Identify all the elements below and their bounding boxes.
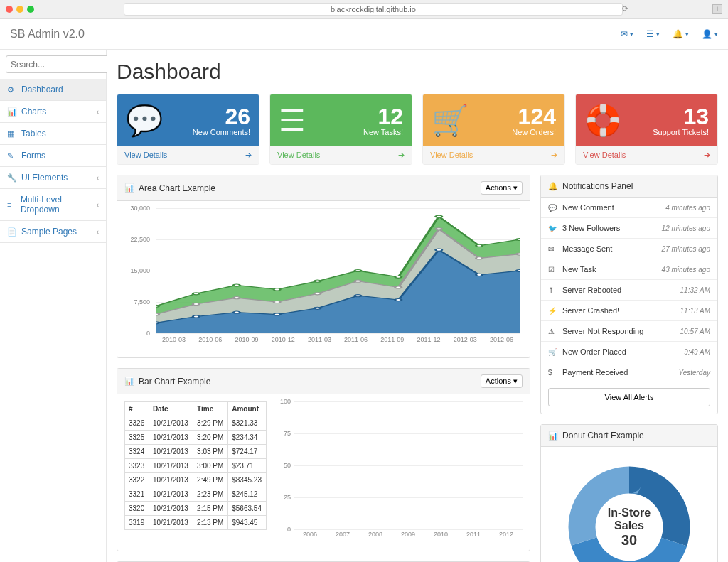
table-cell: 10/21/2013 bbox=[149, 502, 193, 516]
table-row: 332510/21/20133:20 PM$234.34 bbox=[125, 431, 267, 445]
panel-heading: 🔔 Notifications Panel bbox=[541, 175, 717, 198]
svg-point-18 bbox=[476, 257, 483, 259]
x-tick: 2012-03 bbox=[447, 336, 483, 350]
panel-title: Notifications Panel bbox=[562, 181, 633, 191]
stat-footer-link[interactable]: View Details ➔ bbox=[576, 146, 717, 164]
svg-point-11 bbox=[193, 303, 199, 305]
stat-number: 124 bbox=[512, 105, 556, 128]
stat-footer-link[interactable]: View Details ➔ bbox=[423, 146, 564, 164]
svg-point-1 bbox=[193, 293, 199, 295]
sidebar-item-charts[interactable]: 📊Charts‹ bbox=[0, 101, 106, 122]
notif-icon: ⤒ bbox=[548, 286, 558, 294]
maximize-window-icon[interactable] bbox=[27, 6, 34, 13]
svg-point-8 bbox=[476, 244, 483, 247]
navbar: SB Admin v2.0 ✉ ☰ 🔔 👤 bbox=[0, 19, 728, 50]
notification-item[interactable]: ⚠Server Not Responding10:57 AM bbox=[541, 321, 717, 342]
table-cell: 10/21/2013 bbox=[149, 416, 193, 431]
sidebar-item-dashboard[interactable]: ⚙Dashboard bbox=[0, 79, 106, 100]
view-all-alerts-button[interactable]: View All Alerts bbox=[548, 388, 710, 406]
search-input[interactable] bbox=[6, 55, 122, 73]
y-tick: 50 bbox=[274, 462, 291, 469]
svg-point-20 bbox=[156, 322, 159, 324]
close-window-icon[interactable] bbox=[6, 6, 13, 13]
notification-item[interactable]: 💬New Comment4 minutes ago bbox=[541, 198, 717, 218]
nav-alerts[interactable]: 🔔 bbox=[673, 29, 689, 39]
comments-icon: 💬 bbox=[126, 103, 163, 138]
arrow-circle-icon: ➔ bbox=[398, 151, 405, 160]
stat-number: 12 bbox=[363, 105, 403, 128]
stat-footer-link[interactable]: View Details ➔ bbox=[270, 146, 412, 164]
notif-icon: 🐦 bbox=[548, 225, 558, 232]
bell-icon: 🔔 bbox=[673, 29, 683, 39]
sidebar-icon: 📄 bbox=[7, 227, 17, 237]
stat-number: 13 bbox=[653, 105, 709, 128]
nav-messages[interactable]: ✉ bbox=[621, 29, 633, 39]
table-cell: 2:15 PM bbox=[193, 502, 228, 516]
notif-icon: 🛒 bbox=[548, 348, 558, 356]
table-cell: $234.34 bbox=[228, 431, 267, 445]
x-tick: 2011-03 bbox=[301, 336, 338, 350]
notification-item[interactable]: ☑New Task43 minutes ago bbox=[541, 259, 717, 280]
notif-icon: $ bbox=[548, 369, 558, 377]
stat-label: New Orders! bbox=[512, 128, 556, 136]
table-cell: 10/21/2013 bbox=[149, 487, 193, 502]
donut-center-label: In-Store Sales bbox=[596, 507, 663, 532]
stat-card-tickets: 🛟 13 Support Tickets! View Details ➔ bbox=[575, 94, 718, 165]
svg-point-19 bbox=[516, 253, 520, 255]
address-bar[interactable]: blackrockdigital.github.io bbox=[124, 3, 623, 16]
stat-label: New Tasks! bbox=[363, 128, 403, 136]
table-cell: 3323 bbox=[125, 459, 149, 473]
x-tick: 2011-06 bbox=[338, 336, 374, 350]
notification-item[interactable]: ✉Message Sent27 minutes ago bbox=[541, 239, 717, 259]
main-content: Dashboard 💬 26 New Comments! View Detail… bbox=[107, 50, 728, 562]
stat-card-comments: 💬 26 New Comments! View Details ➔ bbox=[117, 94, 259, 165]
svg-point-21 bbox=[193, 315, 199, 318]
notification-item[interactable]: ⚡Server Crashed!11:13 AM bbox=[541, 301, 717, 321]
new-tab-button[interactable]: + bbox=[712, 4, 722, 14]
svg-point-26 bbox=[395, 298, 402, 301]
sidebar-item-multi-level dropdown[interactable]: ≡Multi-Level Dropdown‹ bbox=[0, 189, 106, 220]
notif-time: 27 minutes ago bbox=[662, 245, 710, 253]
x-tick: 2008 bbox=[359, 531, 392, 544]
svg-point-27 bbox=[436, 249, 442, 251]
brand[interactable]: SB Admin v2.0 bbox=[10, 28, 85, 40]
svg-point-22 bbox=[233, 311, 240, 313]
svg-point-29 bbox=[516, 269, 520, 271]
chevron-left-icon: ‹ bbox=[97, 228, 99, 236]
sidebar-item-tables[interactable]: ▦Tables bbox=[0, 123, 106, 144]
browser-chrome: blackrockdigital.github.io ⟳ + bbox=[0, 0, 728, 19]
bar-chart-icon: 📊 bbox=[124, 377, 134, 386]
stat-card-orders: 🛒 124 New Orders! View Details ➔ bbox=[422, 94, 565, 165]
arrow-circle-icon: ➔ bbox=[551, 151, 557, 160]
sidebar-item-forms[interactable]: ✎Forms bbox=[0, 145, 106, 166]
notifications-list: 💬New Comment4 minutes ago🐦3 New Follower… bbox=[541, 198, 717, 382]
sidebar-item-sample pages[interactable]: 📄Sample Pages‹ bbox=[0, 221, 106, 242]
notification-item[interactable]: ⤒Server Rebooted11:32 AM bbox=[541, 280, 717, 301]
notification-item[interactable]: 🐦3 New Followers12 minutes ago bbox=[541, 218, 717, 239]
notification-item[interactable]: $Payment ReceivedYesterday bbox=[541, 362, 717, 382]
table-cell: 2:23 PM bbox=[193, 487, 228, 502]
nav-user[interactable]: 👤 bbox=[702, 29, 718, 39]
svg-point-3 bbox=[274, 288, 280, 291]
table-cell: 3320 bbox=[125, 502, 149, 516]
donut-chart-panel: 📊 Donut Chart Example In-Store Sales 30 … bbox=[540, 424, 718, 562]
minimize-window-icon[interactable] bbox=[16, 6, 23, 13]
refresh-icon[interactable]: ⟳ bbox=[622, 4, 628, 13]
actions-button[interactable]: Actions ▾ bbox=[481, 181, 523, 195]
notif-text: Message Sent bbox=[562, 244, 612, 253]
notif-text: Server Rebooted bbox=[562, 286, 621, 294]
actions-button[interactable]: Actions ▾ bbox=[481, 374, 523, 388]
stat-footer-link[interactable]: View Details ➔ bbox=[117, 146, 259, 164]
support-icon: 🛟 bbox=[584, 103, 621, 138]
panel-heading: 📊 Area Chart Example Actions ▾ bbox=[117, 175, 530, 201]
stat-number: 26 bbox=[193, 105, 250, 128]
svg-point-10 bbox=[156, 313, 159, 315]
notif-time: Yesterday bbox=[679, 369, 710, 377]
bar-chart: 02550751002006200720082009201020112012 bbox=[274, 401, 523, 544]
sidebar-item-ui elements[interactable]: 🔧UI Elements‹ bbox=[0, 167, 106, 188]
stat-link-text: View Details bbox=[583, 151, 626, 160]
notification-item[interactable]: 🛒New Order Placed9:49 AM bbox=[541, 342, 717, 362]
top-nav: ✉ ☰ 🔔 👤 bbox=[621, 29, 718, 39]
sidebar-icon: ✎ bbox=[7, 151, 17, 161]
nav-tasks[interactable]: ☰ bbox=[646, 29, 660, 39]
